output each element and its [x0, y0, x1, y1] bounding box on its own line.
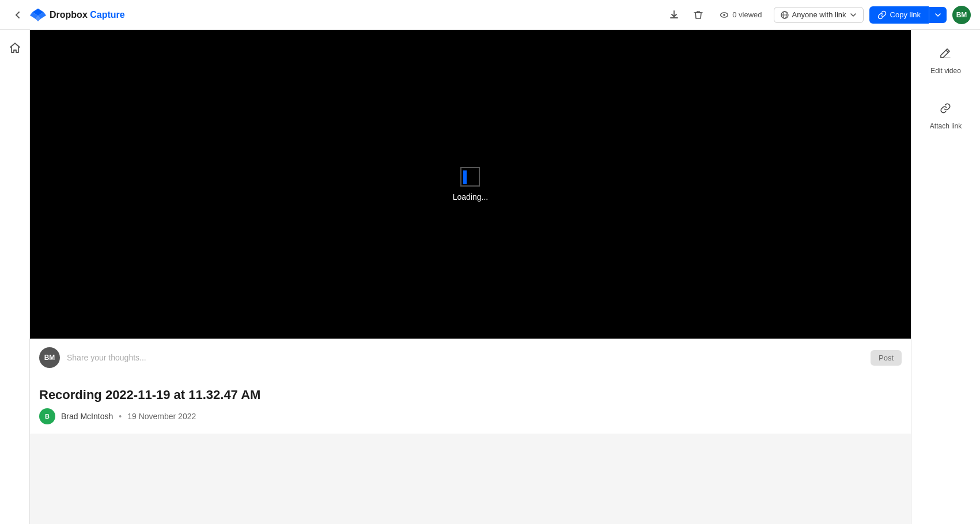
main-content: Loading... BM Post Recording 2022-11-19 …	[30, 30, 911, 524]
sharing-button[interactable]: Anyone with link	[774, 7, 864, 23]
download-icon	[668, 9, 680, 21]
attach-link-button[interactable]: Attach link	[925, 97, 966, 135]
sidebar-home-button[interactable]	[4, 37, 26, 59]
chevron-down-icon	[849, 11, 857, 19]
brand-text: Dropbox Capture	[50, 10, 125, 20]
download-button[interactable]	[665, 6, 683, 24]
loading-indicator: Loading...	[453, 167, 489, 202]
svg-point-5	[723, 14, 725, 16]
attach-link-label: Attach link	[930, 122, 962, 130]
recording-meta: B Brad McIntosh • 19 November 2022	[39, 408, 902, 424]
loading-text: Loading...	[453, 192, 489, 202]
home-icon	[9, 41, 21, 54]
right-panel: Edit video Attach link	[911, 30, 980, 524]
comment-section: BM Post	[30, 339, 911, 376]
sidebar	[0, 30, 30, 524]
link-icon	[877, 10, 887, 20]
chevron-down-white-icon	[934, 11, 942, 19]
edit-video-icon	[939, 46, 952, 63]
eye-icon	[719, 10, 729, 20]
navbar: Dropbox Capture 0 viewed	[0, 0, 980, 30]
comment-user-avatar: BM	[39, 347, 60, 368]
attach-link-icon	[939, 101, 952, 119]
user-avatar-button[interactable]: BM	[952, 6, 971, 24]
back-button[interactable]	[9, 6, 27, 24]
recording-date: 19 November 2022	[127, 412, 196, 421]
back-icon	[13, 10, 23, 20]
dropbox-logo-icon	[30, 7, 46, 23]
navbar-left: Dropbox Capture	[9, 6, 125, 24]
comment-input[interactable]	[67, 351, 864, 364]
recording-info: Recording 2022-11-19 at 11.32.47 AM B Br…	[30, 376, 911, 434]
navbar-right: 0 viewed Anyone with link Copy link	[665, 6, 971, 24]
post-button[interactable]: Post	[871, 350, 902, 366]
loading-spinner	[460, 167, 481, 188]
trash-icon	[693, 9, 704, 21]
copy-link-button[interactable]: Copy link	[869, 6, 929, 24]
edit-video-label: Edit video	[930, 67, 961, 75]
delete-button[interactable]	[689, 6, 707, 24]
author-avatar: B	[39, 408, 55, 424]
globe-icon	[780, 10, 789, 20]
author-name: Brad McIntosh	[61, 412, 113, 421]
video-player[interactable]: Loading...	[30, 30, 911, 339]
recording-title: Recording 2022-11-19 at 11.32.47 AM	[39, 388, 902, 403]
copy-link-dropdown-button[interactable]	[929, 7, 947, 23]
copy-link-group: Copy link	[869, 6, 947, 24]
meta-separator: •	[119, 412, 122, 421]
edit-video-button[interactable]: Edit video	[926, 41, 966, 79]
brand-logo: Dropbox Capture	[30, 7, 125, 23]
views-badge: 0 viewed	[713, 7, 767, 22]
